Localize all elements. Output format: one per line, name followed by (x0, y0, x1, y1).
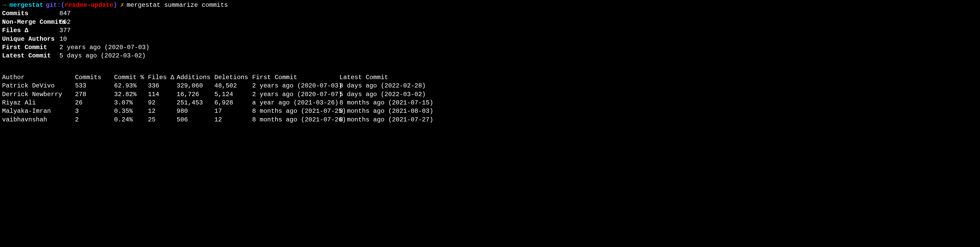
table-row: Riyaz Ali 26 3.07% 92 251,453 6,928 a ye… (2, 99, 978, 107)
cell-first-commit: 2 years ago (2020-07-07) (252, 90, 339, 99)
summary-label: Commits (2, 10, 59, 18)
summary-value: 2 years ago (2020-07-03) (59, 43, 150, 52)
cell-files-delta: 336 (148, 82, 177, 90)
table-row: vaibhavnshah 2 0.24% 25 506 12 8 months … (2, 115, 978, 124)
summary-value: 377 (59, 26, 71, 35)
cell-deletions: 6,928 (215, 99, 252, 107)
header-commit-pct: Commit % (114, 73, 148, 82)
cell-files-delta: 114 (148, 90, 177, 99)
cell-latest-commit: 8 days ago (2022-02-28) (339, 82, 427, 90)
summary-row: Files Δ 377 (2, 26, 978, 35)
header-author: Author (2, 73, 75, 82)
git-label: git:( (46, 1, 65, 10)
summary-label: Latest Commit (2, 52, 59, 60)
cell-additions: 980 (177, 107, 215, 115)
summary-label: Unique Authors (2, 35, 59, 43)
summary-label: Non-Merge Commits (2, 18, 59, 26)
cell-first-commit: 2 years ago (2020-07-03) (252, 82, 339, 90)
header-commits: Commits (75, 73, 114, 82)
table-row: Derrick Newberry 278 32.82% 114 16,726 5… (2, 90, 978, 99)
cell-commits: 2 (75, 115, 114, 124)
cell-first-commit: 8 months ago (2021-07-26) (252, 115, 339, 124)
cell-commits: 533 (75, 82, 114, 90)
cell-latest-commit: 8 months ago (2021-08-03) (339, 107, 427, 115)
summary-value: 662 (59, 18, 71, 26)
header-latest-commit: Latest Commit (339, 73, 427, 82)
summary-row: Non-Merge Commits 662 (2, 18, 978, 26)
cell-commit-pct: 62.93% (114, 82, 148, 90)
summary-label: First Commit (2, 43, 59, 52)
command-text: mergestat summarize commits (127, 1, 228, 10)
cell-deletions: 12 (215, 115, 252, 124)
header-files-delta: Files Δ (148, 73, 177, 82)
prompt-dirty-icon: ✗ (120, 1, 124, 10)
shell-prompt[interactable]: → mergestat git:(readme-update) ✗ merges… (2, 1, 978, 10)
cell-author: Riyaz Ali (2, 99, 75, 107)
table-row: Patrick DeVivo 533 62.93% 336 329,060 48… (2, 82, 978, 90)
cell-additions: 251,453 (177, 99, 215, 107)
cell-commit-pct: 0.35% (114, 107, 148, 115)
cell-commit-pct: 32.82% (114, 90, 148, 99)
cell-first-commit: 8 months ago (2021-07-25) (252, 107, 339, 115)
cell-additions: 506 (177, 115, 215, 124)
prompt-directory: mergestat (10, 1, 43, 10)
summary-row: Commits 847 (2, 10, 978, 18)
summary-value: 5 days ago (2022-03-02) (59, 52, 146, 60)
cell-author: Patrick DeVivo (2, 82, 75, 90)
cell-files-delta: 12 (148, 107, 177, 115)
cell-files-delta: 92 (148, 99, 177, 107)
summary-row: First Commit 2 years ago (2020-07-03) (2, 43, 978, 52)
cell-commits: 26 (75, 99, 114, 107)
cell-latest-commit: 5 days ago (2022-03-02) (339, 90, 427, 99)
cell-commit-pct: 3.07% (114, 99, 148, 107)
cell-additions: 329,060 (177, 82, 215, 90)
cell-author: Malyaka-Imran (2, 107, 75, 115)
header-deletions: Deletions (215, 73, 252, 82)
summary-row: Unique Authors 10 (2, 35, 978, 43)
cell-author: vaibhavnshah (2, 115, 75, 124)
cell-commit-pct: 0.24% (114, 115, 148, 124)
table-row: Malyaka-Imran 3 0.35% 12 980 17 8 months… (2, 107, 978, 115)
table-header-row: Author Commits Commit % Files Δ Addition… (2, 73, 978, 82)
summary-row: Latest Commit 5 days ago (2022-03-02) (2, 52, 978, 60)
authors-table: Author Commits Commit % Files Δ Addition… (2, 73, 978, 124)
prompt-arrow-icon: → (2, 1, 6, 10)
cell-deletions: 48,502 (215, 82, 252, 90)
summary-value: 10 (59, 35, 67, 43)
cell-commits: 3 (75, 107, 114, 115)
cell-files-delta: 25 (148, 115, 177, 124)
cell-additions: 16,726 (177, 90, 215, 99)
summary-label: Files Δ (2, 26, 59, 35)
git-close-paren: ) (113, 1, 117, 10)
summary-block: Commits 847 Non-Merge Commits 662 Files … (2, 10, 978, 60)
cell-deletions: 17 (215, 107, 252, 115)
git-branch: readme-update (65, 1, 113, 10)
cell-latest-commit: 8 months ago (2021-07-27) (339, 115, 427, 124)
cell-commits: 278 (75, 90, 114, 99)
cell-first-commit: a year ago (2021-03-26) (252, 99, 339, 107)
cell-deletions: 5,124 (215, 90, 252, 99)
header-first-commit: First Commit (252, 73, 339, 82)
cell-author: Derrick Newberry (2, 90, 75, 99)
header-additions: Additions (177, 73, 215, 82)
summary-value: 847 (59, 10, 71, 18)
cell-latest-commit: 8 months ago (2021-07-15) (339, 99, 427, 107)
